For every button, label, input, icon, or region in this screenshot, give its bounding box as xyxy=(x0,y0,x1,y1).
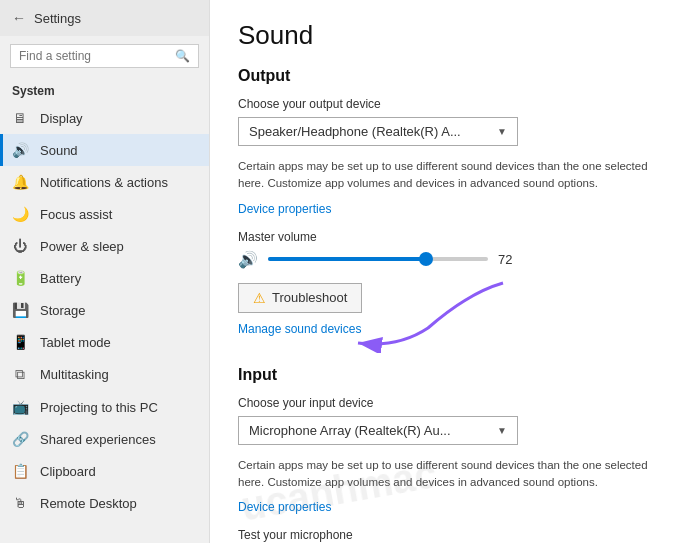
sidebar-item-storage[interactable]: 💾 Storage xyxy=(0,294,209,326)
annotation-arrow xyxy=(348,273,508,353)
main-content: Sound Output Choose your output device S… xyxy=(210,0,700,543)
sidebar-item-label: Power & sleep xyxy=(40,239,124,254)
output-section-title: Output xyxy=(238,67,672,85)
focus-icon: 🌙 xyxy=(12,206,28,222)
sidebar-item-label: Notifications & actions xyxy=(40,175,168,190)
sidebar-item-power[interactable]: ⏻ Power & sleep xyxy=(0,230,209,262)
output-device-dropdown[interactable]: Speaker/Headphone (Realtek(R) A... ▼ xyxy=(238,117,518,146)
manage-sound-devices-link[interactable]: Manage sound devices xyxy=(238,322,361,336)
input-device-label: Choose your input device xyxy=(238,396,672,410)
test-microphone-label: Test your microphone xyxy=(238,528,672,542)
sidebar-item-tablet[interactable]: 📱 Tablet mode xyxy=(0,326,209,358)
shared-icon: 🔗 xyxy=(12,431,28,447)
search-icon: 🔍 xyxy=(175,49,190,63)
main-wrapper: Sound Output Choose your output device S… xyxy=(210,0,700,543)
warning-icon: ⚠ xyxy=(253,290,266,306)
sidebar-item-label: Storage xyxy=(40,303,86,318)
sidebar-item-notifications[interactable]: 🔔 Notifications & actions xyxy=(0,166,209,198)
notifications-icon: 🔔 xyxy=(12,174,28,190)
remote-icon: 🖱 xyxy=(12,495,28,511)
troubleshoot-area: ⚠ Troubleshoot xyxy=(238,283,362,321)
input-info-text: Certain apps may be set up to use differ… xyxy=(238,457,668,492)
volume-slider[interactable] xyxy=(268,257,488,261)
sidebar-item-label: Focus assist xyxy=(40,207,112,222)
page-title: Sound xyxy=(238,20,672,51)
battery-icon: 🔋 xyxy=(12,270,28,286)
system-section-label: System xyxy=(0,76,209,102)
sidebar-item-clipboard[interactable]: 📋 Clipboard xyxy=(0,455,209,487)
sidebar-item-label: Remote Desktop xyxy=(40,496,137,511)
troubleshoot-label: Troubleshoot xyxy=(272,290,347,305)
output-device-properties-link[interactable]: Device properties xyxy=(238,202,331,216)
sidebar-item-label: Clipboard xyxy=(40,464,96,479)
output-device-label: Choose your output device xyxy=(238,97,672,111)
sidebar-item-label: Display xyxy=(40,111,83,126)
sidebar-item-remote[interactable]: 🖱 Remote Desktop xyxy=(0,487,209,519)
sidebar-item-multitasking[interactable]: ⧉ Multitasking xyxy=(0,358,209,391)
sidebar-item-shared[interactable]: 🔗 Shared experiences xyxy=(0,423,209,455)
volume-speaker-icon: 🔊 xyxy=(238,250,258,269)
sidebar-item-label: Tablet mode xyxy=(40,335,111,350)
sidebar-item-label: Projecting to this PC xyxy=(40,400,158,415)
input-section-title: Input xyxy=(238,366,672,384)
output-info-text: Certain apps may be set up to use differ… xyxy=(238,158,668,193)
sidebar-item-label: Sound xyxy=(40,143,78,158)
sidebar-item-projecting[interactable]: 📺 Projecting to this PC xyxy=(0,391,209,423)
volume-value: 72 xyxy=(498,252,522,267)
search-input[interactable] xyxy=(19,49,169,63)
volume-section: Master volume 🔊 72 xyxy=(238,230,672,269)
sidebar-header: ← Settings xyxy=(0,0,209,36)
back-button[interactable]: ← xyxy=(12,10,26,26)
power-icon: ⏻ xyxy=(12,238,28,254)
volume-row: 🔊 72 xyxy=(238,250,672,269)
volume-slider-fill xyxy=(268,257,426,261)
sidebar-item-label: Battery xyxy=(40,271,81,286)
output-device-value: Speaker/Headphone (Realtek(R) A... xyxy=(249,124,461,139)
sidebar-item-focus[interactable]: 🌙 Focus assist xyxy=(0,198,209,230)
clipboard-icon: 📋 xyxy=(12,463,28,479)
multitasking-icon: ⧉ xyxy=(12,366,28,383)
volume-slider-thumb[interactable] xyxy=(419,252,433,266)
volume-label: Master volume xyxy=(238,230,672,244)
search-box[interactable]: 🔍 xyxy=(10,44,199,68)
sidebar-app-title: Settings xyxy=(34,11,81,26)
input-device-properties-link[interactable]: Device properties xyxy=(238,500,331,514)
dropdown-arrow-icon: ▼ xyxy=(497,126,507,137)
tablet-icon: 📱 xyxy=(12,334,28,350)
storage-icon: 💾 xyxy=(12,302,28,318)
sound-icon: 🔊 xyxy=(12,142,28,158)
input-device-value: Microphone Array (Realtek(R) Au... xyxy=(249,423,451,438)
sidebar: ← Settings 🔍 System 🖥 Display 🔊 Sound 🔔 … xyxy=(0,0,210,543)
sidebar-item-sound[interactable]: 🔊 Sound xyxy=(0,134,209,166)
sidebar-item-battery[interactable]: 🔋 Battery xyxy=(0,262,209,294)
sidebar-item-label: Shared experiences xyxy=(40,432,156,447)
sidebar-item-display[interactable]: 🖥 Display xyxy=(0,102,209,134)
input-dropdown-arrow-icon: ▼ xyxy=(497,425,507,436)
display-icon: 🖥 xyxy=(12,110,28,126)
troubleshoot-button[interactable]: ⚠ Troubleshoot xyxy=(238,283,362,313)
sidebar-item-label: Multitasking xyxy=(40,367,109,382)
projecting-icon: 📺 xyxy=(12,399,28,415)
input-device-dropdown[interactable]: Microphone Array (Realtek(R) Au... ▼ xyxy=(238,416,518,445)
